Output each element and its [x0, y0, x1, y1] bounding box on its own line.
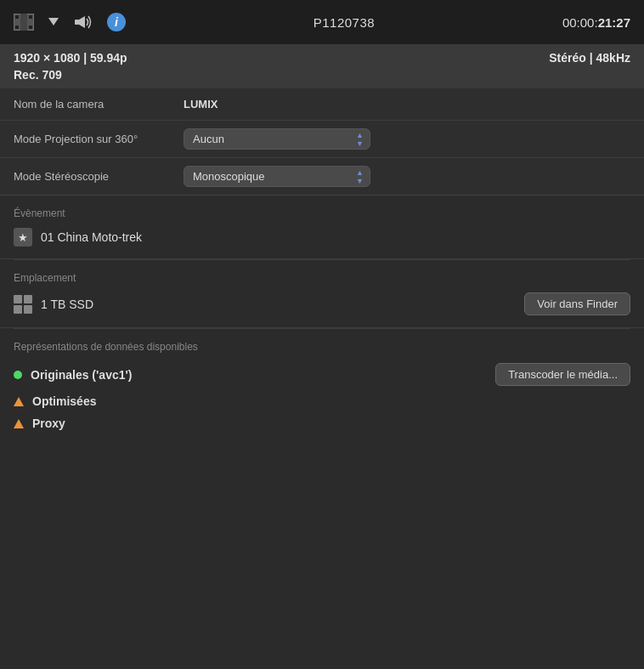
film-icon[interactable] — [14, 14, 34, 31]
filter-icon[interactable] — [46, 14, 61, 30]
clip-id: P1120738 — [314, 15, 375, 30]
representation-row-originales: Originales ('avc1') Transcoder le média.… — [14, 363, 630, 386]
stereo-mode-row: Mode Stéréoscopie Monoscopique ▲ ▼ — [0, 158, 644, 195]
finder-button[interactable]: Voir dans Finder — [524, 292, 630, 315]
transcode-button[interactable]: Transcoder le média... — [495, 363, 630, 386]
stereo-mode-dropdown[interactable]: Monoscopique — [184, 166, 370, 187]
grid-cell-2 — [24, 295, 32, 303]
event-section-label: Évènement — [14, 207, 630, 219]
svg-rect-5 — [20, 14, 27, 31]
projection-dropdown-wrapper: Aucun ▲ ▼ — [184, 128, 370, 150]
volume-icon[interactable] — [73, 14, 95, 31]
projection-mode-label: Mode Projection sur 360° — [14, 133, 184, 145]
projection-mode-row: Mode Projection sur 360° Aucun ▲ ▼ — [0, 121, 644, 158]
svg-rect-3 — [15, 26, 19, 29]
status-triangle-optimisees — [14, 397, 24, 406]
status-dot-green — [14, 371, 22, 379]
top-bar: i P1120738 00:00:21:27 — [0, 0, 644, 44]
location-item-text: 1 TB SSD — [41, 298, 93, 311]
svg-rect-7 — [75, 20, 79, 25]
star-icon: ★ — [14, 228, 32, 247]
representation-row-proxy: Proxy — [14, 417, 630, 430]
status-triangle-proxy — [14, 419, 24, 428]
grid-cell-1 — [14, 295, 22, 303]
representation-originales-text: Originales ('avc1') — [31, 368, 133, 382]
svg-rect-4 — [29, 26, 32, 29]
timecode-prefix: 00:00: — [562, 15, 598, 30]
representation-row-optimisees: Optimisées — [14, 394, 630, 408]
audio-text: Stéréo | 48kHz — [549, 51, 630, 65]
stereo-dropdown-wrapper: Monoscopique ▲ ▼ — [184, 166, 370, 187]
grid-cell-4 — [24, 305, 32, 314]
event-item: ★ 01 China Moto-trek — [14, 228, 630, 247]
grid-cell-3 — [14, 305, 22, 314]
svg-marker-6 — [48, 18, 59, 26]
colorspace-text: Rec. 709 — [14, 68, 630, 82]
event-section: Évènement ★ 01 China Moto-trek — [0, 196, 644, 259]
camera-name-label: Nom de la camera — [14, 98, 184, 111]
camera-name-row: Nom de la camera LUMIX — [0, 88, 644, 121]
event-item-text: 01 China Moto-trek — [41, 230, 142, 244]
representations-label: Représentations de données disponibles — [14, 341, 630, 353]
stereo-mode-label: Mode Stéréoscopie — [14, 170, 184, 183]
top-bar-icons: i — [14, 13, 126, 31]
location-section: Emplacement 1 TB SSD Voir dans Finder — [0, 260, 644, 328]
svg-rect-2 — [29, 15, 32, 19]
representations-section: Représentations de données disponibles O… — [0, 329, 644, 442]
timecode-suffix: 21:27 — [598, 15, 630, 30]
location-row: 1 TB SSD Voir dans Finder — [14, 292, 630, 315]
resolution-text: 1920 × 1080 | 59.94p — [14, 51, 127, 65]
info-icon[interactable]: i — [107, 13, 126, 31]
stereo-mode-select-wrapper: Monoscopique ▲ ▼ — [184, 166, 630, 187]
svg-rect-1 — [15, 15, 19, 19]
location-section-label: Emplacement — [14, 272, 630, 284]
camera-name-value: LUMIX — [184, 98, 630, 111]
projection-mode-select-wrapper: Aucun ▲ ▼ — [184, 128, 630, 150]
properties-section: Nom de la camera LUMIX Mode Projection s… — [0, 88, 644, 196]
info-header: 1920 × 1080 | 59.94p Stéréo | 48kHz Rec.… — [0, 44, 644, 88]
svg-marker-8 — [79, 16, 85, 28]
projection-mode-dropdown[interactable]: Aucun — [184, 128, 370, 150]
timecode: 00:00:21:27 — [562, 15, 630, 30]
representation-proxy-text: Proxy — [32, 417, 65, 430]
representation-optimisees-text: Optimisées — [32, 394, 96, 408]
grid-icon — [14, 295, 32, 314]
